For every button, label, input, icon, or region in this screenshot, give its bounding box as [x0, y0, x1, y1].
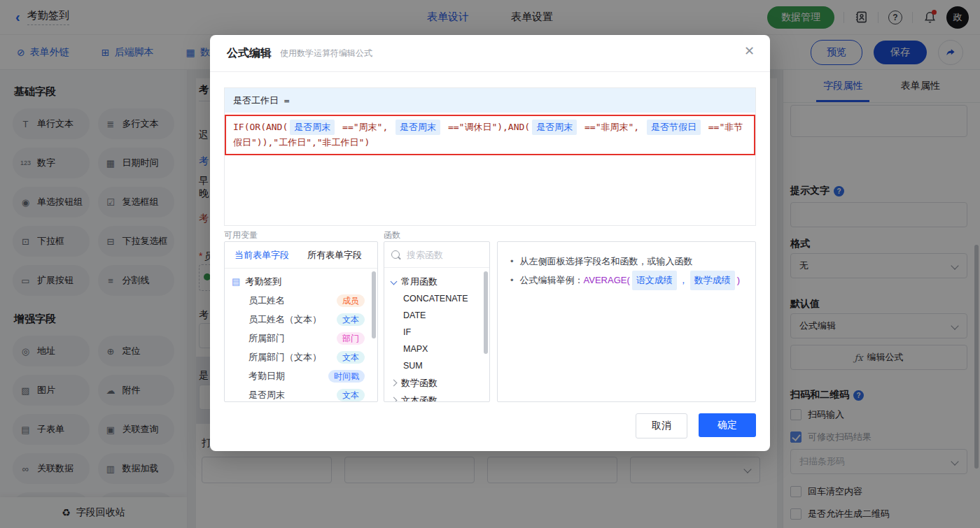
document-icon: ▤ — [232, 276, 240, 287]
hint-line-1: 从左侧面板选择字段名和函数，或输入函数 — [510, 252, 743, 271]
variable-row[interactable]: 员工姓名（文本）文本 — [225, 310, 377, 329]
variables-tabs: 当前表单字段 所有表单字段 — [225, 242, 377, 269]
search-icon — [391, 250, 400, 259]
variables-label: 可用变量 — [224, 229, 258, 241]
example-field-chip: 数学成绩 — [690, 271, 735, 290]
modal-footer: 取消 确定 — [636, 413, 756, 438]
tab-all-form-fields[interactable]: 所有表单字段 — [307, 249, 362, 262]
chevron-right-icon — [391, 380, 398, 387]
function-group-common[interactable]: 常用函数 — [384, 273, 489, 290]
function-search — [384, 242, 489, 268]
field-chip[interactable]: 是否周末 — [396, 120, 440, 135]
example-function: AVERAGE( — [584, 275, 630, 285]
formula-editor-modal: 公式编辑 使用数学运算符编辑公式 ✕ 是否工作日 = IF(OR(AND(是否周… — [210, 35, 770, 451]
variable-row[interactable]: 员工姓名成员 — [225, 291, 377, 310]
hint-line-2: 公式编辑举例：AVERAGE(语文成绩，数学成绩) — [510, 271, 743, 290]
example-field-chip: 语文成绩 — [632, 271, 677, 290]
variables-root-row[interactable]: ▤ 考勤签到 — [225, 272, 377, 291]
variables-panel: 当前表单字段 所有表单字段 ▤ 考勤签到 员工姓名成员 员工姓名（文本）文本 所… — [224, 241, 378, 402]
variables-list: ▤ 考勤签到 员工姓名成员 员工姓名（文本）文本 所属部门部门 所属部门（文本）… — [225, 269, 377, 402]
type-badge: 部门 — [337, 332, 365, 345]
modal-header: 公式编辑 使用数学运算符编辑公式 ✕ — [210, 35, 770, 72]
modal-subtitle: 使用数学运算符编辑公式 — [280, 48, 372, 59]
field-chip[interactable]: 是否节假日 — [647, 120, 701, 135]
function-item[interactable]: CONCATENATE — [384, 290, 489, 307]
variable-row[interactable]: 所属部门部门 — [225, 329, 377, 348]
variable-row[interactable]: 所属部门（文本）文本 — [225, 348, 377, 366]
function-tree: 常用函数 CONCATENATE DATE IF MAPX SUM 数学函数 文… — [384, 268, 489, 402]
chevron-right-icon — [391, 397, 398, 402]
function-item[interactable]: SUM — [384, 357, 489, 374]
hint-body: 从左侧面板选择字段名和函数，或输入函数 公式编辑举例：AVERAGE(语文成绩，… — [498, 242, 755, 300]
type-badge: 文本 — [337, 351, 365, 364]
close-icon[interactable]: ✕ — [744, 45, 755, 57]
field-chip[interactable]: 是否周末 — [532, 120, 577, 135]
field-chip[interactable]: 是否周末 — [290, 120, 335, 135]
type-badge: 成员 — [337, 294, 365, 307]
type-badge: 时间戳 — [328, 370, 365, 383]
functions-panel: 常用函数 CONCATENATE DATE IF MAPX SUM 数学函数 文… — [384, 241, 490, 402]
function-search-input[interactable] — [405, 249, 478, 261]
variable-row[interactable]: 是否周末文本 — [225, 385, 377, 402]
formula-error-box[interactable]: IF(OR(AND(是否周末 =="周末", 是否周末 =="调休日"),AND… — [225, 115, 755, 155]
tab-current-form-fields[interactable]: 当前表单字段 — [234, 249, 289, 262]
formula-result-label: 是否工作日 = — [225, 88, 755, 113]
confirm-button[interactable]: 确定 — [699, 413, 756, 437]
function-group-text[interactable]: 文本函数 — [384, 392, 489, 402]
scrollbar-thumb[interactable] — [484, 271, 488, 354]
function-group-math[interactable]: 数学函数 — [384, 374, 489, 392]
formula-editor: 是否工作日 = IF(OR(AND(是否周末 =="周末", 是否周末 =="调… — [224, 87, 756, 226]
cancel-button[interactable]: 取消 — [636, 413, 687, 438]
functions-label: 函数 — [384, 229, 400, 241]
variable-row[interactable]: 考勤日期时间戳 — [225, 366, 377, 385]
chevron-down-icon — [391, 278, 398, 285]
function-item[interactable]: DATE — [384, 307, 489, 324]
type-badge: 文本 — [337, 313, 365, 326]
function-item[interactable]: IF — [384, 324, 489, 341]
function-item[interactable]: MAPX — [384, 341, 489, 357]
hint-panel: 从左侧面板选择字段名和函数，或输入函数 公式编辑举例：AVERAGE(语文成绩，… — [497, 241, 756, 402]
formula-text-area[interactable]: IF(OR(AND(是否周末 =="周末", 是否周末 =="调休日"),AND… — [225, 115, 755, 225]
modal-title: 公式编辑 — [227, 46, 272, 61]
scrollbar-thumb[interactable] — [372, 271, 376, 338]
type-badge: 文本 — [337, 389, 365, 401]
